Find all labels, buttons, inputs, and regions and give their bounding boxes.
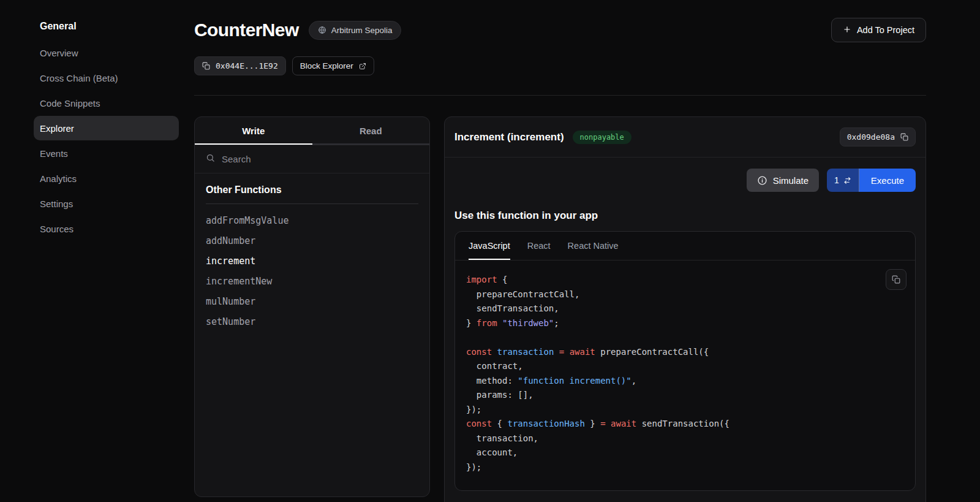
tab-write[interactable]: Write <box>195 117 312 145</box>
app-root: General Overview Cross Chain (Beta) Code… <box>0 0 980 502</box>
code-line: sendTransaction, <box>466 302 904 316</box>
functions-tabs: Write Read <box>195 117 429 145</box>
main-content: CounterNew Arbitrum Sepolia Add To Proje… <box>194 0 980 502</box>
block-explorer-button[interactable]: Block Explorer <box>292 56 374 75</box>
contract-address-chip[interactable]: 0x044E...1E92 <box>194 56 286 75</box>
network-globe-icon <box>318 26 326 34</box>
sidebar: General Overview Cross Chain (Beta) Code… <box>0 0 194 502</box>
swap-arrows-icon <box>843 177 851 184</box>
code-card: JavaScript React React Native import { p… <box>454 231 916 491</box>
function-title: Increment (increment) <box>454 131 564 143</box>
tab-read[interactable]: Read <box>312 117 430 145</box>
code-line: const { transactionHash } = await sendTr… <box>466 417 904 432</box>
copy-icon <box>202 62 210 70</box>
execute-label: Execute <box>871 175 904 186</box>
add-to-project-label: Add To Project <box>857 25 914 35</box>
code-line: contract, <box>466 359 904 374</box>
execute-count-value: 1 <box>834 175 839 185</box>
code-line: account, <box>466 446 904 460</box>
copy-icon <box>900 133 908 141</box>
info-icon <box>757 175 767 186</box>
external-link-icon <box>359 63 366 70</box>
code-line: } from "thirdweb"; <box>466 316 904 331</box>
sidebar-item-settings[interactable]: Settings <box>34 191 179 216</box>
function-item-setNumber[interactable]: setNumber <box>206 311 418 332</box>
code-line: }); <box>466 460 904 475</box>
code-tab-react-native[interactable]: React Native <box>568 232 619 260</box>
simulate-button[interactable]: Simulate <box>747 169 819 192</box>
code-area: import { prepareContractCall, sendTransa… <box>455 261 915 490</box>
execute-count-button[interactable]: 1 <box>827 169 859 192</box>
code-line: method: "function increment()", <box>466 374 904 389</box>
sidebar-item-explorer[interactable]: Explorer <box>34 116 179 140</box>
page-title: CounterNew <box>194 20 299 40</box>
code-copy-button[interactable] <box>886 269 907 290</box>
code-tab-react[interactable]: React <box>527 232 551 260</box>
sidebar-item-cross-chain[interactable]: Cross Chain (Beta) <box>34 66 179 90</box>
functions-panel: Write Read Other Functions addFromMsgVal… <box>194 116 430 497</box>
sidebar-item-code-snippets[interactable]: Code Snippets <box>34 91 179 115</box>
function-item-incrementNew[interactable]: incrementNew <box>206 271 418 291</box>
code-line: params: [], <box>466 388 904 403</box>
sidebar-item-events[interactable]: Events <box>34 141 179 165</box>
contract-chips-row: 0x044E...1E92 Block Explorer <box>194 56 926 75</box>
add-to-project-button[interactable]: Add To Project <box>831 18 926 42</box>
code-tab-javascript[interactable]: JavaScript <box>469 232 510 260</box>
code-line: const transaction = await prepareContrac… <box>466 345 904 360</box>
function-selector-chip[interactable]: 0xd09de08a <box>840 127 916 146</box>
function-detail-panel: Increment (increment) nonpayable 0xd09de… <box>444 116 926 502</box>
code-line: prepareContractCall, <box>466 287 904 302</box>
code-tabs: JavaScript React React Native <box>455 232 915 261</box>
contract-address-label: 0x044E...1E92 <box>216 61 278 70</box>
explorer-content: Write Read Other Functions addFromMsgVal… <box>194 116 926 502</box>
function-item-addFromMsgValue[interactable]: addFromMsgValue <box>206 210 418 230</box>
block-explorer-label: Block Explorer <box>300 61 353 70</box>
usage-heading: Use this function in your app <box>454 210 916 222</box>
simulate-label: Simulate <box>773 175 809 186</box>
sidebar-item-overview[interactable]: Overview <box>34 40 179 65</box>
function-item-mulNumber[interactable]: mulNumber <box>206 291 418 311</box>
code-line: import { <box>466 273 904 287</box>
code-lines: import { prepareContractCall, sendTransa… <box>466 273 904 474</box>
plus-icon <box>843 25 851 36</box>
search-input[interactable] <box>222 154 418 164</box>
mutability-badge: nonpayable <box>573 131 631 144</box>
functions-group-heading: Other Functions <box>206 184 418 204</box>
search-icon <box>206 153 215 165</box>
code-line <box>466 330 904 345</box>
sidebar-item-analytics[interactable]: Analytics <box>34 166 179 191</box>
header-row: CounterNew Arbitrum Sepolia Add To Proje… <box>194 17 926 43</box>
function-item-increment[interactable]: increment <box>206 251 418 271</box>
function-detail-header: Increment (increment) nonpayable 0xd09de… <box>445 117 925 158</box>
sidebar-heading: General <box>34 17 179 36</box>
sidebar-nav: Overview Cross Chain (Beta) Code Snippet… <box>34 40 179 241</box>
functions-list-body: Other Functions addFromMsgValue addNumbe… <box>195 173 429 343</box>
sidebar-item-sources[interactable]: Sources <box>34 216 179 241</box>
function-item-addNumber[interactable]: addNumber <box>206 230 418 251</box>
execute-split-button: 1 Execute <box>827 169 916 192</box>
functions-search <box>195 145 429 173</box>
network-badge[interactable]: Arbitrum Sepolia <box>309 21 402 40</box>
actions-row: Simulate 1 Execute <box>445 158 925 192</box>
execute-button[interactable]: Execute <box>859 169 916 192</box>
function-selector-label: 0xd09de08a <box>847 132 895 142</box>
header-divider <box>194 95 926 96</box>
network-badge-label: Arbitrum Sepolia <box>331 26 393 35</box>
code-line: transaction, <box>466 432 904 446</box>
code-line: }); <box>466 403 904 417</box>
